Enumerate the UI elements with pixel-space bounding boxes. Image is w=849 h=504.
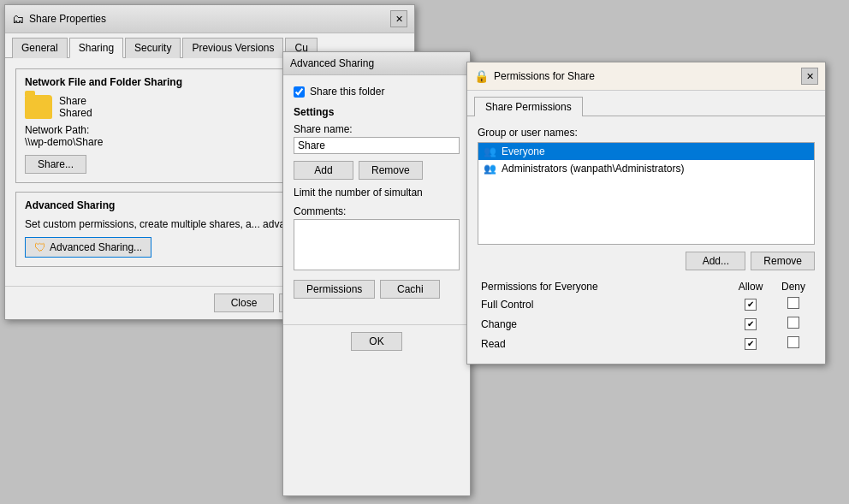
close-button[interactable]: Close — [214, 294, 274, 312]
add-user-button[interactable]: Add... — [686, 252, 745, 270]
share-properties-close-button[interactable]: ✕ — [390, 10, 407, 27]
share-permissions-tab[interactable]: Share Permissions — [474, 97, 583, 116]
perm-change-deny-checkbox[interactable] — [787, 317, 799, 329]
share-properties-title: 🗂 Share Properties — [12, 12, 106, 26]
perm-read-allow-cell: ✔ — [729, 334, 772, 353]
share-name-input[interactable] — [294, 137, 460, 154]
user-item-administrators[interactable]: 👥 Administrators (wanpath\Administrators… — [478, 160, 814, 177]
user-add-remove-row: Add... Remove — [478, 252, 815, 270]
shield-icon: 🛡 — [34, 240, 46, 254]
perm-fullcontrol-label: Full Control — [478, 294, 729, 314]
share-folder-checkbox[interactable] — [294, 86, 305, 98]
tab-sharing[interactable]: Sharing — [69, 38, 123, 58]
permissions-close-button[interactable]: ✕ — [801, 68, 818, 85]
table-row: Full Control ✔ — [478, 294, 815, 314]
perm-read-deny-checkbox[interactable] — [787, 336, 799, 348]
user-icon-administrators: 👥 — [484, 163, 496, 175]
perm-fullcontrol-allow-checkbox[interactable]: ✔ — [745, 299, 757, 311]
window-icon: 🗂 — [12, 12, 24, 26]
perms-col-name: Permissions for Everyone — [478, 279, 729, 294]
share-name-label: Share name: — [294, 123, 460, 135]
advanced-sharing-button[interactable]: 🛡 Advanced Sharing... — [25, 237, 151, 258]
share-name-group: Share name: — [294, 123, 460, 154]
comments-group: Comments: — [294, 205, 460, 273]
perms-caching-row: Permissions Cachi — [294, 280, 460, 299]
table-row: Read ✔ — [478, 334, 815, 353]
perm-read-deny-cell — [772, 334, 815, 353]
ok-button[interactable]: OK — [351, 332, 402, 351]
perms-col-allow: Allow — [729, 279, 772, 294]
add-share-button[interactable]: Add — [294, 161, 353, 180]
group-label: Group or user names: — [478, 127, 815, 139]
share-status: Shared — [59, 107, 92, 119]
advanced-sharing-footer: OK — [283, 324, 470, 358]
permissions-titlebar: 🔒 Permissions for Share ✕ — [467, 62, 825, 91]
perm-fullcontrol-deny-checkbox[interactable] — [787, 297, 799, 309]
permissions-content: Group or user names: 👥 Everyone 👥 Admini… — [467, 116, 825, 364]
comments-label: Comments: — [294, 205, 460, 217]
advanced-sharing-titlebar: Advanced Sharing — [283, 52, 470, 75]
permissions-title: 🔒 Permissions for Share — [474, 69, 595, 83]
share-button[interactable]: Share... — [25, 155, 86, 174]
perm-change-label: Change — [478, 314, 729, 334]
tab-security[interactable]: Security — [125, 38, 181, 58]
share-properties-titlebar: 🗂 Share Properties ✕ — [5, 5, 414, 33]
perm-change-allow-cell: ✔ — [729, 314, 772, 334]
share-name: Share — [59, 95, 92, 107]
perms-icon: 🔒 — [474, 69, 489, 83]
user-item-everyone[interactable]: 👥 Everyone — [478, 143, 814, 160]
share-folder-label: Share this folder — [310, 86, 384, 98]
permissions-inner-tabbar: Share Permissions — [467, 91, 825, 116]
share-folder-row: Share this folder — [294, 86, 460, 98]
comments-input[interactable] — [294, 219, 460, 270]
remove-user-button[interactable]: Remove — [751, 252, 815, 270]
user-list: 👥 Everyone 👥 Administrators (wanpath\Adm… — [478, 142, 815, 245]
tab-previous-versions[interactable]: Previous Versions — [182, 38, 283, 58]
advanced-sharing-window: Advanced Sharing Share this folder Setti… — [282, 51, 471, 496]
perm-change-deny-cell — [772, 314, 815, 334]
advanced-sharing-content: Share this folder Settings Share name: A… — [283, 75, 470, 316]
perm-read-allow-checkbox[interactable]: ✔ — [745, 338, 757, 350]
remove-share-button[interactable]: Remove — [359, 161, 423, 180]
advanced-sharing-window-title: Advanced Sharing — [290, 57, 374, 69]
caching-button[interactable]: Cachi — [380, 280, 440, 299]
settings-label: Settings — [294, 106, 460, 118]
perm-fullcontrol-allow-cell: ✔ — [729, 294, 772, 314]
limit-text: Limit the number of simultan — [294, 187, 460, 199]
tab-general[interactable]: General — [12, 38, 68, 58]
perms-col-deny: Deny — [772, 279, 815, 294]
perm-fullcontrol-deny-cell — [772, 294, 815, 314]
permissions-table: Permissions for Everyone Allow Deny Full… — [478, 279, 815, 353]
folder-icon — [25, 95, 52, 119]
user-icon-everyone: 👥 — [484, 145, 496, 157]
share-name-text: Share Shared — [59, 95, 92, 119]
permissions-window: 🔒 Permissions for Share ✕ Share Permissi… — [466, 62, 826, 365]
add-remove-row: Add Remove — [294, 161, 460, 180]
table-row: Change ✔ — [478, 314, 815, 334]
perm-change-allow-checkbox[interactable]: ✔ — [745, 318, 757, 330]
permissions-button[interactable]: Permissions — [294, 280, 375, 299]
perm-read-label: Read — [478, 334, 729, 353]
